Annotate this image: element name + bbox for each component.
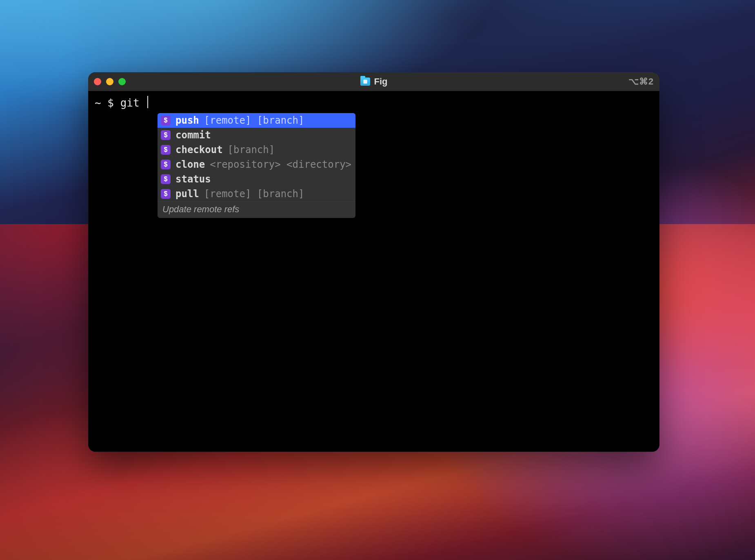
- subcommand-icon: $: [161, 160, 171, 169]
- subcommand-icon: $: [161, 145, 171, 155]
- autocomplete-item-clone[interactable]: $ clone <repository> <directory>: [158, 157, 355, 172]
- autocomplete-item-args: <repository> <directory>: [210, 159, 351, 170]
- window-controls: [94, 78, 126, 85]
- autocomplete-item-args: [remote] [branch]: [204, 115, 304, 126]
- typed-command: git: [120, 97, 146, 109]
- folder-icon: [360, 78, 370, 86]
- autocomplete-item-push[interactable]: $ push [remote] [branch]: [158, 113, 355, 128]
- window-title-text: Fig: [374, 76, 388, 87]
- terminal-window: Fig ⌥⌘2 ~ $ git $ push [remote] [branch]…: [88, 72, 660, 452]
- autocomplete-item-checkout[interactable]: $ checkout [branch]: [158, 142, 355, 157]
- autocomplete-item-pull[interactable]: $ pull [remote] [branch]: [158, 187, 355, 201]
- autocomplete-item-args: [branch]: [228, 144, 275, 156]
- shell-prompt: ~ $: [95, 97, 120, 109]
- minimize-button[interactable]: [106, 78, 113, 85]
- prompt-line: ~ $ git: [95, 96, 653, 109]
- autocomplete-item-status[interactable]: $ status: [158, 172, 355, 187]
- autocomplete-item-name: status: [175, 173, 211, 185]
- autocomplete-item-commit[interactable]: $ commit: [158, 128, 355, 142]
- close-button[interactable]: [94, 78, 101, 85]
- autocomplete-item-name: commit: [175, 129, 211, 141]
- cursor: [147, 96, 148, 108]
- autocomplete-item-name: push: [175, 115, 199, 126]
- window-shortcut-hint: ⌥⌘2: [628, 76, 654, 87]
- autocomplete-item-name: pull: [175, 188, 199, 200]
- subcommand-icon: $: [161, 189, 171, 199]
- autocomplete-popup: $ push [remote] [branch] $ commit $ chec…: [158, 113, 355, 218]
- subcommand-icon: $: [161, 116, 171, 125]
- autocomplete-item-args: [remote] [branch]: [204, 188, 304, 200]
- window-title: Fig: [88, 76, 660, 87]
- zoom-button[interactable]: [118, 78, 126, 85]
- autocomplete-description: Update remote refs: [158, 201, 355, 218]
- titlebar: Fig ⌥⌘2: [88, 72, 660, 91]
- subcommand-icon: $: [161, 130, 171, 140]
- terminal-body[interactable]: ~ $ git $ push [remote] [branch] $ commi…: [88, 91, 660, 116]
- svg-rect-0: [363, 80, 367, 83]
- subcommand-icon: $: [161, 174, 171, 184]
- autocomplete-item-name: checkout: [175, 144, 223, 156]
- autocomplete-item-name: clone: [175, 159, 205, 170]
